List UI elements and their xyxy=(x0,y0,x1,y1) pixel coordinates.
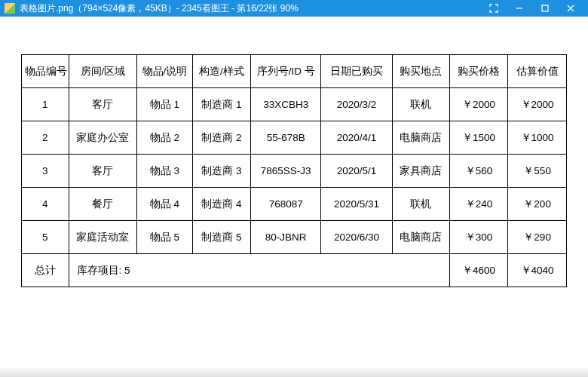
cell-item: 物品 2 xyxy=(137,121,192,155)
fullscreen-button[interactable] xyxy=(481,0,507,17)
cell-room: 家庭办公室 xyxy=(69,121,137,155)
maximize-button[interactable] xyxy=(532,0,558,17)
table-summary-row: 总计 库存项目: 5 ￥4600 ￥4040 xyxy=(22,254,567,287)
summary-price-total: ￥4600 xyxy=(449,254,508,287)
cell-value: ￥1000 xyxy=(508,121,567,155)
svg-rect-0 xyxy=(542,5,548,11)
cell-sn: 7865SS-J3 xyxy=(251,155,321,188)
table-header-row: 物品编号 房间/区域 物品/说明 构造/样式 序列号/ID 号 日期已购买 购买… xyxy=(22,55,567,88)
header-room: 房间/区域 xyxy=(69,55,137,88)
header-loc: 购买地点 xyxy=(393,55,450,88)
cell-loc: 电脑商店 xyxy=(393,121,450,155)
cell-make: 制造商 3 xyxy=(192,155,251,188)
cell-date: 2020/3/2 xyxy=(321,88,393,121)
cell-price: ￥2000 xyxy=(449,88,508,121)
cell-make: 制造商 2 xyxy=(192,121,251,155)
fullscreen-icon xyxy=(489,4,498,13)
cell-loc: 联机 xyxy=(393,88,450,121)
cell-date: 2020/6/30 xyxy=(321,221,393,254)
cell-loc: 联机 xyxy=(393,188,450,221)
titlebar: 表格图片.png（794×524像素，45KB）- 2345看图王 - 第16/… xyxy=(0,0,588,17)
cell-price: ￥1500 xyxy=(449,121,508,155)
cell-room: 客厅 xyxy=(69,155,137,188)
header-value: 估算价值 xyxy=(508,55,567,88)
cell-value: ￥550 xyxy=(508,155,567,188)
cell-room: 餐厅 xyxy=(69,188,137,221)
minimize-button[interactable] xyxy=(507,0,532,17)
cell-price: ￥240 xyxy=(449,188,508,221)
titlebar-left: 表格图片.png（794×524像素，45KB）- 2345看图王 - 第16/… xyxy=(5,2,299,15)
cell-item: 物品 5 xyxy=(137,221,192,254)
titlebar-text: 表格图片.png（794×524像素，45KB）- 2345看图王 - 第16/… xyxy=(20,2,299,15)
table-row: 1客厅物品 1制造商 133XCBH32020/3/2联机￥2000￥2000 xyxy=(22,88,567,121)
maximize-icon xyxy=(541,4,550,13)
cell-item: 物品 3 xyxy=(137,155,192,188)
header-date: 日期已购买 xyxy=(321,55,393,88)
header-make: 构造/样式 xyxy=(192,55,251,88)
cell-loc: 电脑商店 xyxy=(393,221,450,254)
cell-make: 制造商 4 xyxy=(192,188,251,221)
inventory-table: 物品编号 房间/区域 物品/说明 构造/样式 序列号/ID 号 日期已购买 购买… xyxy=(21,54,567,287)
app-icon xyxy=(5,3,15,14)
cell-value: ￥290 xyxy=(508,221,567,254)
header-sn: 序列号/ID 号 xyxy=(251,55,321,88)
header-price: 购买价格 xyxy=(449,55,508,88)
cell-room: 家庭活动室 xyxy=(69,221,137,254)
header-id: 物品编号 xyxy=(22,55,69,88)
header-item: 物品/说明 xyxy=(137,55,192,88)
cell-id: 2 xyxy=(22,121,69,155)
cell-value: ￥200 xyxy=(508,188,567,221)
summary-value-total: ￥4040 xyxy=(508,254,567,287)
close-button[interactable] xyxy=(558,0,583,17)
table-row: 2家庭办公室物品 2制造商 255-678B2020/4/1电脑商店￥1500￥… xyxy=(22,121,567,155)
cell-make: 制造商 5 xyxy=(192,221,251,254)
cell-room: 客厅 xyxy=(69,88,137,121)
summary-count: 库存项目: 5 xyxy=(69,254,449,287)
cell-make: 制造商 1 xyxy=(192,88,251,121)
cell-loc: 家具商店 xyxy=(393,155,450,188)
viewer-window: 表格图片.png（794×524像素，45KB）- 2345看图王 - 第16/… xyxy=(0,0,588,377)
image-content: 物品编号 房间/区域 物品/说明 构造/样式 序列号/ID 号 日期已购买 购买… xyxy=(0,17,588,377)
cell-date: 2020/5/31 xyxy=(321,188,393,221)
cell-value: ￥2000 xyxy=(508,88,567,121)
cell-price: ￥300 xyxy=(449,221,508,254)
cell-id: 1 xyxy=(22,88,69,121)
table-row: 5家庭活动室物品 5制造商 580-JBNR2020/6/30电脑商店￥300￥… xyxy=(22,221,567,254)
cell-sn: 55-678B xyxy=(251,121,321,155)
window-controls xyxy=(481,0,583,17)
cell-date: 2020/4/1 xyxy=(321,121,393,155)
cell-sn: 768087 xyxy=(251,188,321,221)
cell-id: 3 xyxy=(22,155,69,188)
close-icon xyxy=(566,4,575,13)
cell-sn: 33XCBH3 xyxy=(251,88,321,121)
cell-id: 5 xyxy=(22,221,69,254)
summary-label: 总计 xyxy=(22,254,69,287)
cell-price: ￥560 xyxy=(449,155,508,188)
table-row: 4餐厅物品 4制造商 47680872020/5/31联机￥240￥200 xyxy=(22,188,567,221)
minimize-icon xyxy=(515,4,524,13)
cell-id: 4 xyxy=(22,188,69,221)
cell-item: 物品 4 xyxy=(137,188,192,221)
cell-item: 物品 1 xyxy=(137,88,192,121)
table-row: 3客厅物品 3制造商 37865SS-J32020/5/1家具商店￥560￥55… xyxy=(22,155,567,188)
cell-sn: 80-JBNR xyxy=(251,221,321,254)
cell-date: 2020/5/1 xyxy=(321,155,393,188)
